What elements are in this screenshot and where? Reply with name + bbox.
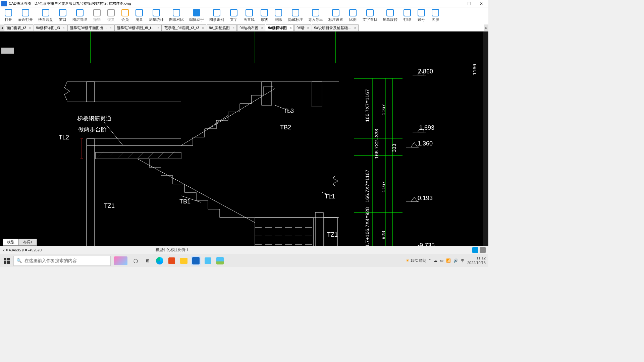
tab-close-icon[interactable]: × (232, 26, 234, 30)
toolbar-edithelp[interactable]: 编辑助手 (186, 8, 207, 23)
svg-line-47 (168, 152, 174, 158)
taskbar-cad[interactable] (191, 256, 201, 265)
annoset-label: 标注设置 (328, 17, 343, 22)
minimize-button[interactable]: — (454, 1, 460, 7)
status-icon-1[interactable] (472, 247, 478, 253)
taskbar-news[interactable] (113, 256, 128, 265)
measure-label: 测量 (136, 17, 143, 22)
toolbar-recent[interactable]: 最近打开 (15, 8, 36, 23)
taskbar-clock[interactable]: 11:12 2022/10/18 (467, 256, 486, 265)
cloud-label: 快看云盘 (38, 17, 53, 22)
toolbar-text[interactable]: 文字 (227, 8, 241, 23)
svg-text:1167: 1167 (380, 104, 386, 115)
doc-tab[interactable]: 9#楼梯详图× (266, 24, 294, 31)
toolbar-undo[interactable]: 撤销 (90, 8, 104, 23)
doc-tab[interactable]: 9#结构布置× (237, 24, 265, 31)
tab-label: 面门窗表_t3 (6, 25, 26, 31)
tab-scroll-right[interactable]: ► (484, 24, 488, 31)
toolbar-open[interactable]: 打开 (1, 8, 15, 23)
tray-wifi-icon[interactable]: 📶 (446, 258, 451, 263)
toolbar-cloud[interactable]: 快看云盘 (36, 8, 56, 23)
svg-text:1167: 1167 (380, 181, 386, 192)
tab-close-icon[interactable]: × (110, 26, 112, 30)
tab-close-icon[interactable]: × (307, 26, 309, 30)
svg-text:做两步台阶: 做两步台阶 (78, 126, 107, 133)
svg-line-41 (107, 152, 114, 158)
toolbar-line[interactable]: 画直线 (241, 8, 257, 23)
toolbar-findtext[interactable]: 文字查找 (360, 8, 380, 23)
taskbar-app1[interactable] (203, 256, 213, 265)
doc-tab[interactable]: 9#墙× (294, 24, 311, 31)
toolbar-stats[interactable]: 测量统计 (146, 8, 166, 23)
toolbar-window[interactable]: 窗口 (56, 8, 70, 23)
svg-rect-20 (312, 82, 322, 107)
tab-layout1[interactable]: 布局1 (19, 239, 37, 246)
tab-close-icon[interactable]: × (354, 26, 356, 30)
ime-indicator[interactable]: 中 (461, 258, 465, 263)
tray-cloud-icon[interactable]: ☁ (434, 258, 437, 263)
doc-tab[interactable]: 面门窗表_t3× (4, 24, 33, 31)
recent-label: 最近打开 (18, 17, 33, 22)
taskbar-explorer[interactable] (179, 256, 189, 265)
toolbar-delete[interactable]: 删除 (271, 8, 285, 23)
toolbar-hide[interactable]: 隐藏标注 (285, 8, 306, 23)
svg-line-35 (104, 122, 122, 145)
toolbar-compare[interactable]: 图纸对比 (166, 8, 186, 23)
toolbar-ratio[interactable]: 比例 (346, 8, 360, 23)
tray-battery-icon[interactable]: ▭ (440, 258, 443, 263)
toolbar-service[interactable]: 客服 (428, 8, 442, 23)
start-button[interactable] (0, 254, 13, 267)
doc-tab[interactable]: 范恭屯9#楼平面图出…× (67, 24, 114, 31)
svg-text:1.693: 1.693 (419, 124, 434, 131)
doc-tab[interactable]: 9#_梁配筋图× (207, 24, 237, 31)
statusbar: x = 434695 y = -492670 模型中的标注比例:1 (0, 246, 488, 254)
doc-tab[interactable]: 范恭屯_9#说明_t3_t3× (162, 24, 206, 31)
svg-text:TZ1: TZ1 (327, 231, 338, 238)
close-button[interactable]: ✕ (478, 1, 484, 7)
toolbar-print[interactable]: 打印 (400, 8, 414, 23)
toolbar-import[interactable]: 导入导出 (306, 8, 326, 23)
findtext-label: 文字查找 (363, 17, 377, 22)
tab-close-icon[interactable]: × (63, 26, 65, 30)
tab-close-icon[interactable]: × (202, 26, 204, 30)
taskbar-taskview[interactable]: ◯ (131, 256, 140, 265)
toolbar-account[interactable]: 账号 (414, 8, 428, 23)
toolbar-rotate[interactable]: 屏幕旋转 (380, 8, 400, 23)
toolbar-recog[interactable]: 图形识别 (207, 8, 227, 23)
service-label: 客服 (432, 17, 439, 22)
toolbar-annoset[interactable]: 标注设置 (326, 8, 346, 23)
tray-chevron-icon[interactable]: ˄ (429, 258, 431, 263)
tab-model[interactable]: 模型 (3, 239, 19, 246)
doc-tab[interactable]: 9#楼梯详图_t3× (34, 24, 67, 31)
tray-volume-icon[interactable]: 🔊 (453, 258, 458, 263)
tab-label: 范恭屯9#楼详图_t8_t… (117, 25, 155, 31)
svg-line-36 (208, 115, 228, 129)
edithelp-label: 编辑助手 (189, 17, 204, 22)
status-icon-2[interactable] (480, 247, 486, 253)
line-label: 画直线 (244, 17, 255, 22)
taskbar-cortana[interactable]: ⊞ (143, 256, 152, 265)
doc-tab[interactable]: 9#说明目录及桩基础…× (312, 24, 358, 31)
tab-scroll-left[interactable]: ◄ (0, 24, 4, 31)
taskbar-photos[interactable] (215, 256, 225, 265)
compare-icon (173, 9, 180, 16)
taskbar-search[interactable]: 🔍 在这里输入你要搜索的内容 (13, 256, 111, 266)
toolbar-vip[interactable]: 会员 (118, 8, 132, 23)
maximize-button[interactable]: ❐ (466, 1, 472, 7)
toolbar-measure[interactable]: 测量 (132, 8, 146, 23)
toolbar-layer[interactable]: 图层管理 (70, 8, 90, 23)
tab-close-icon[interactable]: × (289, 26, 291, 30)
toolbar-shape[interactable]: 形状 (257, 8, 271, 23)
tab-close-icon[interactable]: × (261, 26, 263, 30)
drawing-canvas[interactable]: TL2 TL3 TL1 TB1 TB2 TZ1 TZ1 梯板钢筋贯通 做两步台阶… (0, 32, 488, 246)
tab-close-icon[interactable]: × (157, 26, 159, 30)
tab-close-icon[interactable]: × (29, 26, 31, 30)
stats-label: 测量统计 (149, 17, 164, 22)
taskbar-edge[interactable] (155, 256, 164, 265)
svg-text:333: 333 (391, 144, 397, 152)
taskbar-office[interactable] (167, 256, 176, 265)
recog-label: 图形识别 (209, 17, 224, 22)
doc-tab[interactable]: 范恭屯9#楼详图_t8_t…× (114, 24, 162, 31)
weather-widget[interactable]: ☀ 15℃ 晴朗 (406, 258, 426, 263)
toolbar-redo[interactable]: 恢复 (104, 8, 118, 23)
